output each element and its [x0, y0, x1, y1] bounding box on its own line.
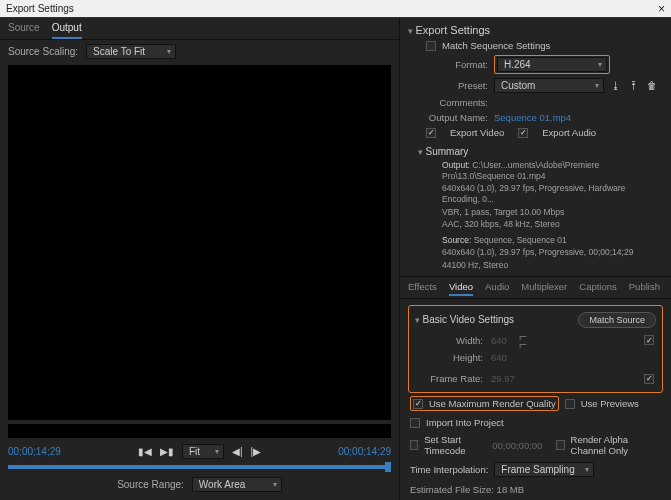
set-start-tc-checkbox[interactable]	[410, 440, 418, 450]
save-preset-icon[interactable]: ⭳	[610, 80, 622, 91]
match-source-button[interactable]: Match Source	[578, 312, 656, 328]
import-preset-icon[interactable]: ⭱	[628, 80, 640, 91]
step-fwd-icon[interactable]: ▶▮	[160, 446, 174, 457]
basic-video-settings-box: Basic Video Settings Match Source Width:…	[408, 305, 663, 394]
tab-output[interactable]: Output	[52, 22, 82, 39]
format-dropdown[interactable]: H.264	[497, 57, 607, 72]
time-interp-label: Time Interpolation:	[410, 464, 488, 475]
bvs-header[interactable]: Basic Video Settings	[415, 314, 514, 325]
preset-label: Preset:	[426, 80, 488, 91]
subtab-effects[interactable]: Effects	[408, 281, 437, 296]
width-match-checkbox[interactable]	[644, 335, 654, 345]
source-scaling-label: Source Scaling:	[8, 46, 78, 57]
preview-panel: Source Output Source Scaling: Scale To F…	[0, 18, 400, 500]
delete-preset-icon[interactable]: 🗑	[646, 80, 658, 91]
source-range-label: Source Range:	[117, 479, 184, 490]
import-project-label: Import Into Project	[426, 417, 504, 428]
start-tc-value[interactable]: 00;00;00;00	[492, 440, 542, 451]
output-name-label: Output Name:	[426, 112, 488, 123]
export-settings-header[interactable]: Export Settings	[400, 18, 671, 38]
use-previews-label: Use Previews	[581, 398, 639, 409]
source-scaling-dropdown[interactable]: Scale To Fit	[86, 44, 176, 59]
format-label: Format:	[426, 59, 488, 70]
video-preview	[8, 65, 391, 420]
timecode-out[interactable]: 00;00;14;29	[338, 446, 391, 457]
framerate-label: Frame Rate:	[425, 373, 483, 384]
render-alpha-checkbox[interactable]	[556, 440, 564, 450]
fit-dropdown[interactable]: Fit	[182, 444, 224, 459]
comments-label: Comments:	[426, 97, 488, 108]
match-sequence-label: Match Sequence Settings	[442, 40, 550, 51]
source-range-dropdown[interactable]: Work Area	[192, 477, 282, 492]
source-summary-3: 44100 Hz, Stereo	[400, 259, 671, 272]
close-icon[interactable]: ×	[658, 2, 665, 16]
framerate-match-checkbox[interactable]	[644, 374, 654, 384]
window-title: Export Settings	[6, 3, 74, 14]
mark-in-icon[interactable]: ◀|	[232, 446, 243, 457]
preset-dropdown[interactable]: Custom	[494, 78, 604, 93]
titlebar: Export Settings ×	[0, 0, 671, 18]
source-summary-2: 640x640 (1.0), 29.97 fps, Progressive, 0…	[400, 246, 671, 259]
est-size-label: Estimated File Size:	[410, 484, 494, 495]
time-interp-dropdown[interactable]: Frame Sampling	[494, 462, 594, 477]
subtab-multiplexer[interactable]: Multiplexer	[521, 281, 567, 296]
subtab-publish[interactable]: Publish	[629, 281, 660, 296]
link-dims-icon[interactable]: ⌐⌐	[519, 332, 527, 349]
export-audio-checkbox[interactable]	[518, 128, 528, 138]
output-summary-label: Output:	[442, 160, 470, 170]
timecode-in[interactable]: 00;00;14;29	[8, 446, 61, 457]
source-summary-1: Sequence, Sequence 01	[474, 235, 567, 245]
mark-out-icon[interactable]: |▶	[251, 446, 262, 457]
summary-header[interactable]: Summary	[400, 140, 671, 159]
max-render-checkbox[interactable]	[413, 399, 423, 409]
match-sequence-checkbox[interactable]	[426, 41, 436, 51]
export-audio-label: Export Audio	[542, 127, 596, 138]
timeline-thumbs	[8, 424, 391, 438]
output-summary-2: 640x640 (1.0), 29.97 fps, Progressive, H…	[400, 182, 671, 205]
height-label: Height:	[425, 352, 483, 363]
scrub-handle[interactable]	[385, 462, 391, 472]
use-previews-checkbox[interactable]	[565, 399, 575, 409]
subtab-video[interactable]: Video	[449, 281, 473, 296]
step-back-icon[interactable]: ▮◀	[138, 446, 152, 457]
output-summary-3: VBR, 1 pass, Target 10.00 Mbps	[400, 206, 671, 219]
max-render-label: Use Maximum Render Quality	[429, 398, 556, 409]
subtab-captions[interactable]: Captions	[579, 281, 617, 296]
width-label: Width:	[425, 335, 483, 346]
subtab-audio[interactable]: Audio	[485, 281, 509, 296]
set-start-tc-label: Set Start Timecode	[424, 434, 486, 456]
width-value[interactable]: 640	[491, 335, 507, 346]
scrub-bar[interactable]	[8, 465, 391, 469]
render-alpha-label: Render Alpha Channel Only	[571, 434, 661, 456]
output-name-link[interactable]: Sequence 01.mp4	[494, 112, 571, 123]
tab-source[interactable]: Source	[8, 22, 40, 39]
import-project-checkbox[interactable]	[410, 418, 420, 428]
settings-panel: Export Settings Match Sequence Settings …	[400, 18, 671, 500]
framerate-value[interactable]: 29.97	[491, 373, 515, 384]
height-value[interactable]: 640	[491, 352, 507, 363]
est-size-value: 18 MB	[497, 484, 524, 495]
export-video-checkbox[interactable]	[426, 128, 436, 138]
export-video-label: Export Video	[450, 127, 504, 138]
output-summary-4: AAC, 320 kbps, 48 kHz, Stereo	[400, 218, 671, 231]
source-summary-label: Source:	[442, 235, 471, 245]
